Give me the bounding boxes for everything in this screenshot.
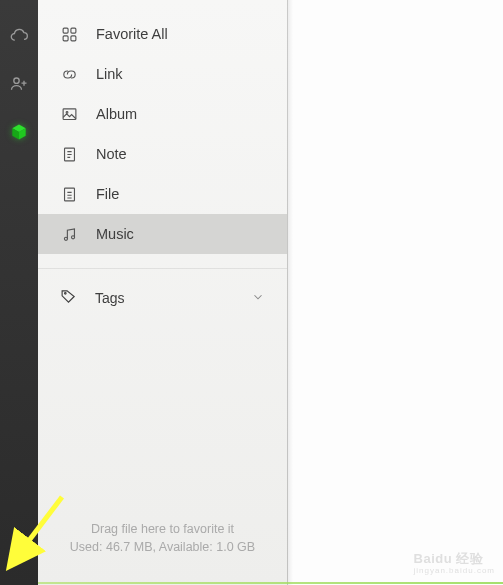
svg-point-6 [66,111,68,113]
menu-icon[interactable] [9,547,29,567]
svg-point-10 [71,235,74,238]
svg-rect-3 [63,35,68,40]
cube-icon[interactable] [9,122,29,142]
svg-point-9 [64,237,67,240]
category-menu: Favorite All Link Album Note [38,0,287,319]
add-user-icon[interactable] [9,74,29,94]
music-icon [60,225,78,243]
drop-zone[interactable]: Drag file here to favorite it Used: 46.7… [38,520,287,586]
svg-point-11 [65,293,67,295]
sidebar-item-label: Link [96,66,123,82]
svg-rect-2 [70,28,75,33]
bottom-accent-line [38,582,503,584]
svg-rect-8 [64,188,74,201]
narrow-sidebar [0,0,38,585]
sidebar-item-tags[interactable]: Tags [38,277,287,319]
sidebar-item-link[interactable]: Link [38,54,287,94]
tags-label: Tags [95,290,125,306]
sidebar-item-label: Album [96,106,137,122]
cloud-icon[interactable] [9,26,29,46]
image-icon [60,105,78,123]
link-icon [60,65,78,83]
sidebar-item-label: Favorite All [96,26,168,42]
sidebar-item-label: Music [96,226,134,242]
sidebar-divider [38,268,287,269]
svg-point-0 [14,78,19,83]
sidebar-item-file[interactable]: File [38,174,287,214]
drop-hint: Drag file here to favorite it [48,520,277,539]
storage-status: Used: 46.7 MB, Available: 1.0 GB [48,538,277,557]
category-sidebar: Favorite All Link Album Note [38,0,288,585]
svg-rect-4 [70,35,75,40]
chevron-down-icon [251,290,265,307]
svg-rect-1 [63,28,68,33]
sidebar-item-label: File [96,186,119,202]
sidebar-item-note[interactable]: Note [38,134,287,174]
tag-icon [60,288,77,308]
file-icon [60,185,78,203]
sidebar-item-label: Note [96,146,127,162]
sidebar-item-favorite-all[interactable]: Favorite All [38,14,287,54]
main-content [288,0,503,585]
svg-rect-5 [63,108,76,119]
note-icon [60,145,78,163]
grid-icon [60,25,78,43]
sidebar-item-album[interactable]: Album [38,94,287,134]
app-root: Favorite All Link Album Note [0,0,503,585]
sidebar-item-music[interactable]: Music [38,214,287,254]
